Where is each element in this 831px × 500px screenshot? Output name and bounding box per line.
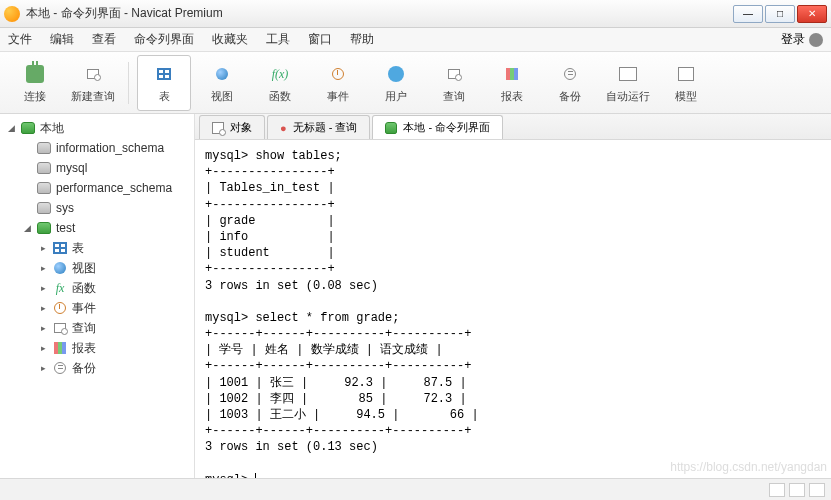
tree-label: 本地 xyxy=(40,120,64,137)
twisty-icon[interactable]: ▸ xyxy=(38,263,48,273)
status-box-3[interactable] xyxy=(809,483,825,497)
tree-node[interactable]: ▸事件 xyxy=(0,298,194,318)
app-icon xyxy=(4,6,20,22)
login-label: 登录 xyxy=(781,31,805,48)
tab[interactable]: 本地 - 命令列界面 xyxy=(372,115,503,139)
tree-node[interactable]: ▸视图 xyxy=(0,258,194,278)
tree-node[interactable]: ▸查询 xyxy=(0,318,194,338)
statusbar xyxy=(0,478,831,500)
view-icon xyxy=(52,261,68,275)
twisty-icon[interactable]: ▸ xyxy=(38,323,48,333)
menubar: 文件 编辑 查看 命令列界面 收藏夹 工具 窗口 帮助 登录 xyxy=(0,28,831,52)
toolbar-label: 自动运行 xyxy=(606,89,650,104)
tree-node[interactable]: performance_schema xyxy=(0,178,194,198)
login-button[interactable]: 登录 xyxy=(781,31,823,48)
menu-edit[interactable]: 编辑 xyxy=(50,31,74,48)
twisty-icon[interactable]: ▸ xyxy=(38,243,48,253)
maximize-button[interactable]: □ xyxy=(765,5,795,23)
unsaved-indicator: ● xyxy=(280,122,287,134)
avatar-icon xyxy=(809,33,823,47)
fx-icon: fx xyxy=(52,281,68,295)
toolbar-user[interactable]: 用户 xyxy=(369,55,423,111)
menu-help[interactable]: 帮助 xyxy=(350,31,374,48)
tree-node[interactable]: ◢test xyxy=(0,218,194,238)
toolbar-model[interactable]: 模型 xyxy=(659,55,713,111)
menu-window[interactable]: 窗口 xyxy=(308,31,332,48)
tree-node[interactable]: mysql xyxy=(0,158,194,178)
tab[interactable]: 对象 xyxy=(199,115,265,139)
db-icon xyxy=(20,121,36,135)
tree-label: 查询 xyxy=(72,320,96,337)
toolbar-label: 表 xyxy=(159,89,170,104)
toolbar-label: 模型 xyxy=(675,89,697,104)
tree-label: information_schema xyxy=(56,141,164,155)
menu-tools[interactable]: 工具 xyxy=(266,31,290,48)
toolbar-label: 事件 xyxy=(327,89,349,104)
tree-node[interactable]: ▸表 xyxy=(0,238,194,258)
twisty-icon[interactable]: ▸ xyxy=(38,363,48,373)
tab-label: 无标题 - 查询 xyxy=(293,120,358,135)
toolbar-backup[interactable]: 备份 xyxy=(543,55,597,111)
tree-node[interactable]: ▸备份 xyxy=(0,358,194,378)
tree-node[interactable]: ▸fx函数 xyxy=(0,278,194,298)
view-icon xyxy=(209,61,235,87)
menu-view[interactable]: 查看 xyxy=(92,31,116,48)
menu-favorites[interactable]: 收藏夹 xyxy=(212,31,248,48)
tree-node[interactable]: ◢本地 xyxy=(0,118,194,138)
close-button[interactable]: ✕ xyxy=(797,5,827,23)
report-icon xyxy=(52,341,68,355)
twisty-icon[interactable]: ◢ xyxy=(6,123,16,133)
tab-label: 对象 xyxy=(230,120,252,135)
toolbar-separator xyxy=(128,62,129,104)
tree-label: 视图 xyxy=(72,260,96,277)
twisty-icon[interactable]: ▸ xyxy=(38,283,48,293)
toolbar-event[interactable]: 事件 xyxy=(311,55,365,111)
dbs-icon xyxy=(36,181,52,195)
toolbar-report[interactable]: 报表 xyxy=(485,55,539,111)
tree-label: 事件 xyxy=(72,300,96,317)
auto-icon xyxy=(615,61,641,87)
dbs-icon xyxy=(36,161,52,175)
toolbar-query[interactable]: 查询 xyxy=(427,55,481,111)
toolbar-table[interactable]: 表 xyxy=(137,55,191,111)
event-icon xyxy=(52,301,68,315)
toolbar-label: 视图 xyxy=(211,89,233,104)
fx-icon: f(x) xyxy=(267,61,293,87)
object-icon xyxy=(212,122,224,134)
tab[interactable]: ●无标题 - 查询 xyxy=(267,115,370,139)
status-box-2[interactable] xyxy=(789,483,805,497)
toolbar-label: 新建查询 xyxy=(71,89,115,104)
toolbar-query[interactable]: 新建查询 xyxy=(66,55,120,111)
toolbar-label: 备份 xyxy=(559,89,581,104)
menu-file[interactable]: 文件 xyxy=(8,31,32,48)
tree-label: 函数 xyxy=(72,280,96,297)
tree-node[interactable]: ▸报表 xyxy=(0,338,194,358)
toolbar-label: 连接 xyxy=(24,89,46,104)
menu-cli[interactable]: 命令列界面 xyxy=(134,31,194,48)
table-icon xyxy=(52,241,68,255)
minimize-button[interactable]: — xyxy=(733,5,763,23)
tree-node[interactable]: information_schema xyxy=(0,138,194,158)
sidebar[interactable]: ◢本地information_schemamysqlperformance_sc… xyxy=(0,114,195,478)
toolbar-view[interactable]: 视图 xyxy=(195,55,249,111)
toolbar-label: 报表 xyxy=(501,89,523,104)
twisty-icon[interactable]: ▸ xyxy=(38,303,48,313)
twisty-icon[interactable]: ◢ xyxy=(22,223,32,233)
tree-label: 表 xyxy=(72,240,84,257)
db-icon xyxy=(36,221,52,235)
backup-icon xyxy=(557,61,583,87)
toolbar-auto[interactable]: 自动运行 xyxy=(601,55,655,111)
toolbar-label: 函数 xyxy=(269,89,291,104)
main-area: 对象●无标题 - 查询本地 - 命令列界面 mysql> show tables… xyxy=(195,114,831,478)
user-icon xyxy=(383,61,409,87)
text-cursor xyxy=(255,473,256,478)
status-box-1[interactable] xyxy=(769,483,785,497)
toolbar-fx[interactable]: f(x)函数 xyxy=(253,55,307,111)
console-output[interactable]: mysql> show tables; +----------------+ |… xyxy=(195,140,831,478)
tree-label: 报表 xyxy=(72,340,96,357)
twisty-icon[interactable]: ▸ xyxy=(38,343,48,353)
dbs-icon xyxy=(36,201,52,215)
tree-node[interactable]: sys xyxy=(0,198,194,218)
toolbar-label: 用户 xyxy=(385,89,407,104)
toolbar-plug[interactable]: 连接 xyxy=(8,55,62,111)
